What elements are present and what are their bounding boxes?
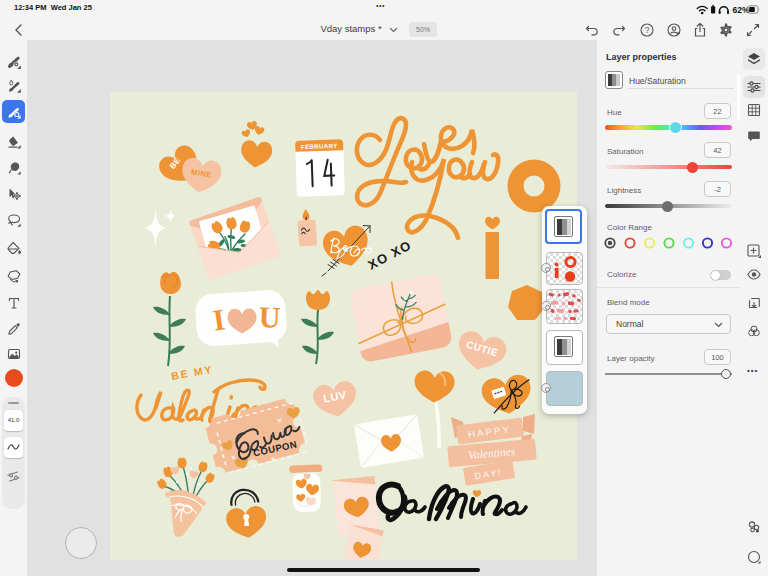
svg-text:U: U: [258, 300, 281, 334]
svg-text:FEBRUARY: FEBRUARY: [301, 142, 338, 150]
svg-text:62%: 62%: [733, 5, 750, 15]
svg-text:BE MY: BE MY: [170, 363, 214, 382]
svg-text:?: ?: [645, 25, 650, 35]
svg-text:XO XO: XO XO: [365, 237, 414, 272]
